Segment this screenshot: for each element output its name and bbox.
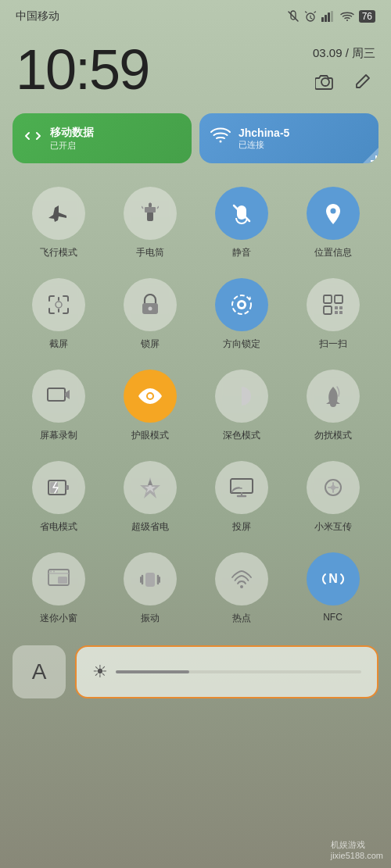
cast-item[interactable]: 投屏 (196, 453, 287, 541)
location-item[interactable]: 位置信息 (287, 179, 378, 267)
dark-mode-item[interactable]: 深色模式 (196, 362, 287, 450)
mobile-data-toggle[interactable]: 移动数据 已开启 (13, 113, 192, 163)
cast-circle (215, 461, 268, 514)
nfc-label: NFC (323, 612, 343, 623)
vibrate-item[interactable]: 振动 (104, 545, 196, 633)
scan-circle (307, 278, 360, 331)
watermark: 机娱游戏jixie5188.com (331, 839, 383, 860)
scan-label: 扫一扫 (319, 338, 347, 351)
wifi-text: Jhchina-5 已连接 (239, 127, 289, 151)
hotspot-label: 热点 (232, 612, 251, 625)
brightness-icon: ☀ (92, 662, 108, 682)
camera-icon[interactable] (313, 69, 338, 94)
svg-point-48 (240, 585, 243, 588)
svg-rect-28 (335, 306, 338, 309)
super-saver-item[interactable]: 超级省电 (104, 453, 196, 541)
svg-rect-1 (321, 17, 324, 22)
svg-rect-31 (339, 311, 343, 314)
super-saver-circle (124, 461, 177, 514)
svg-point-16 (330, 209, 335, 214)
svg-rect-3 (328, 13, 330, 22)
airplane-mode-item[interactable]: 飞行模式 (13, 179, 104, 267)
dnd-item[interactable]: 勿扰模式 (287, 362, 378, 450)
font-size-button[interactable]: A (13, 645, 66, 698)
eye-comfort-label: 护眼模式 (131, 429, 169, 442)
dark-mode-label: 深色模式 (223, 429, 260, 442)
nfc-circle: N (307, 552, 360, 605)
airplane-mode-label: 飞行模式 (40, 246, 77, 259)
silent-item[interactable]: 静音 (196, 179, 287, 267)
vibrate-circle (124, 552, 177, 605)
location-circle (307, 187, 360, 240)
svg-rect-47 (145, 573, 155, 587)
mi-share-label: 小米互传 (314, 520, 352, 534)
cast-label: 投屏 (232, 520, 251, 534)
svg-rect-27 (324, 306, 332, 314)
screen-record-label: 屏幕录制 (40, 429, 77, 442)
wifi-icon (340, 11, 354, 22)
svg-rect-25 (324, 295, 332, 303)
svg-point-6 (321, 78, 329, 86)
location-label: 位置信息 (314, 246, 352, 259)
rotation-label: 方向锁定 (223, 338, 260, 351)
svg-rect-29 (339, 306, 343, 309)
carrier-label: 中国移动 (16, 9, 59, 23)
rotation-item[interactable]: 方向锁定 (196, 270, 287, 359)
screenshot-item[interactable]: 截屏 (13, 270, 104, 359)
svg-point-46 (53, 571, 55, 573)
svg-point-7 (220, 141, 222, 143)
svg-rect-26 (335, 295, 343, 303)
signal-icon (321, 11, 335, 22)
lock-screen-label: 锁屏 (141, 338, 160, 351)
hotspot-circle (215, 552, 268, 605)
edit-icon[interactable] (350, 69, 375, 94)
nfc-item[interactable]: N NFC (287, 545, 378, 633)
time-section: 10:59 03.09 / 周三 (0, 30, 391, 113)
svg-rect-2 (325, 15, 327, 22)
battery-saver-label: 省电模式 (40, 520, 77, 534)
control-grid: 飞行模式 手电筒 静音 (0, 179, 391, 633)
mi-share-item[interactable]: 小米互传 (287, 453, 378, 541)
svg-rect-10 (149, 203, 152, 207)
svg-point-24 (239, 302, 244, 307)
svg-rect-32 (48, 388, 65, 401)
svg-point-34 (148, 394, 152, 398)
screen-record-circle (32, 370, 85, 423)
svg-point-45 (50, 571, 52, 573)
screenshot-circle (32, 278, 85, 331)
svg-rect-39 (231, 479, 253, 493)
date-camera-area: 03.09 / 周三 (313, 46, 375, 94)
lock-screen-item[interactable]: 锁屏 (104, 270, 196, 359)
brightness-fill (116, 670, 189, 673)
lock-screen-circle (124, 278, 177, 331)
screen-record-item[interactable]: 屏幕录制 (13, 362, 104, 450)
rotation-circle (215, 278, 268, 331)
hotspot-item[interactable]: 热点 (196, 545, 287, 633)
eye-comfort-circle (124, 370, 177, 423)
wifi-toggle[interactable]: Jhchina-5 已连接 (199, 113, 378, 163)
svg-line-12 (157, 206, 159, 209)
mobile-data-sublabel: 已开启 (50, 140, 94, 152)
svg-line-11 (142, 206, 143, 209)
scan-item[interactable]: 扫一扫 (287, 270, 378, 359)
svg-rect-9 (145, 207, 156, 213)
battery-saver-item[interactable]: 省电模式 (13, 453, 104, 541)
mobile-data-text: 移动数据 已开启 (50, 126, 94, 152)
mobile-data-label: 移动数据 (50, 126, 94, 140)
silent-label: 静音 (232, 246, 251, 259)
flashlight-item[interactable]: 手电筒 (104, 179, 196, 267)
battery-saver-circle (32, 461, 85, 514)
alarm-icon (304, 10, 317, 23)
quick-toggles-row: 移动数据 已开启 Jhchina-5 已连接 (0, 113, 391, 179)
eye-comfort-item[interactable]: 护眼模式 (104, 362, 196, 450)
dark-mode-circle (215, 370, 268, 423)
mini-window-item[interactable]: 迷你小窗 (13, 545, 104, 633)
svg-point-21 (148, 307, 152, 311)
flashlight-label: 手电筒 (136, 246, 164, 259)
dnd-label: 勿扰模式 (314, 429, 352, 442)
wifi-ssid-label: Jhchina-5 (239, 127, 289, 139)
svg-rect-8 (147, 212, 153, 221)
svg-rect-4 (331, 11, 333, 22)
airplane-mode-circle (32, 187, 85, 240)
brightness-slider[interactable]: ☀ (75, 645, 378, 698)
